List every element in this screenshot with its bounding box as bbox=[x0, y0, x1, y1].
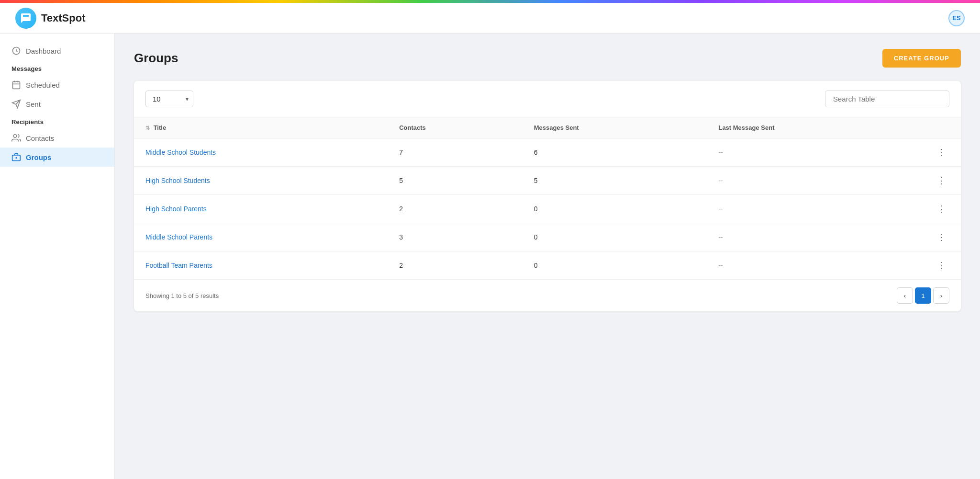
table-row: Middle School Parents 3 0 -- ⋮ bbox=[134, 223, 961, 251]
sidebar-label-scheduled: Scheduled bbox=[26, 81, 60, 89]
col-header-messages-sent: Messages Sent bbox=[523, 117, 707, 138]
row-actions-cell: ⋮ bbox=[922, 195, 961, 223]
prev-page-button[interactable]: ‹ bbox=[897, 287, 913, 304]
page-title: Groups bbox=[134, 51, 178, 66]
next-page-button[interactable]: › bbox=[933, 287, 949, 304]
sidebar-section-messages: Messages bbox=[0, 60, 114, 75]
row-contacts-cell: 2 bbox=[388, 251, 523, 280]
col-header-last-message-sent: Last Message Sent bbox=[707, 117, 922, 138]
sort-icon: ⇅ bbox=[145, 125, 150, 131]
content-area: Groups CREATE GROUP 10 25 50 100 ▾ bbox=[115, 34, 980, 479]
user-avatar[interactable]: ES bbox=[948, 10, 965, 26]
header: TextSpot ES bbox=[0, 3, 980, 34]
row-title-cell[interactable]: Middle School Parents bbox=[134, 223, 388, 251]
row-messages-sent-cell: 5 bbox=[523, 167, 707, 195]
row-more-button[interactable]: ⋮ bbox=[933, 202, 949, 216]
page-1-button[interactable]: 1 bbox=[915, 287, 931, 304]
create-group-button[interactable]: CREATE GROUP bbox=[882, 49, 961, 68]
row-last-message-cell: -- bbox=[707, 223, 922, 251]
svg-point-2 bbox=[27, 18, 28, 19]
groups-table: ⇅ Title Contacts Messages Sent Last Mess… bbox=[134, 117, 961, 279]
row-messages-sent-cell: 0 bbox=[523, 251, 707, 280]
row-actions-cell: ⋮ bbox=[922, 251, 961, 280]
table-row: Football Team Parents 2 0 -- ⋮ bbox=[134, 251, 961, 280]
row-title-cell[interactable]: High School Students bbox=[134, 167, 388, 195]
row-contacts-cell: 7 bbox=[388, 138, 523, 167]
search-input[interactable] bbox=[825, 91, 949, 107]
row-messages-sent-cell: 0 bbox=[523, 195, 707, 223]
per-page-select[interactable]: 10 25 50 100 bbox=[145, 91, 193, 107]
col-header-actions bbox=[922, 117, 961, 138]
sent-icon bbox=[11, 99, 21, 109]
sidebar-label-contacts: Contacts bbox=[26, 134, 54, 142]
table-row: High School Parents 2 0 -- ⋮ bbox=[134, 195, 961, 223]
row-more-button[interactable]: ⋮ bbox=[933, 173, 949, 188]
sidebar-label-dashboard: Dashboard bbox=[26, 47, 61, 55]
table-container: 10 25 50 100 ▾ ⇅ Title bbox=[134, 81, 961, 311]
sidebar-item-dashboard[interactable]: Dashboard bbox=[0, 41, 114, 60]
row-more-button[interactable]: ⋮ bbox=[933, 258, 949, 273]
calendar-icon bbox=[11, 80, 21, 90]
per-page-select-wrapper: 10 25 50 100 ▾ bbox=[145, 91, 193, 107]
row-more-button[interactable]: ⋮ bbox=[933, 145, 949, 160]
svg-point-1 bbox=[25, 18, 26, 19]
main-layout: Dashboard Messages Scheduled Sent Recipi bbox=[0, 34, 980, 479]
sidebar: Dashboard Messages Scheduled Sent Recipi bbox=[0, 34, 115, 479]
row-title-cell[interactable]: Middle School Students bbox=[134, 138, 388, 167]
row-contacts-cell: 5 bbox=[388, 167, 523, 195]
row-last-message-cell: -- bbox=[707, 251, 922, 280]
table-header-row: ⇅ Title Contacts Messages Sent Last Mess… bbox=[134, 117, 961, 138]
col-header-title[interactable]: ⇅ Title bbox=[134, 117, 388, 138]
logo-area: TextSpot bbox=[15, 8, 948, 29]
row-last-message-cell: -- bbox=[707, 195, 922, 223]
row-title-cell[interactable]: Football Team Parents bbox=[134, 251, 388, 280]
app-name: TextSpot bbox=[41, 12, 85, 24]
row-more-button[interactable]: ⋮ bbox=[933, 230, 949, 244]
row-actions-cell: ⋮ bbox=[922, 138, 961, 167]
row-contacts-cell: 3 bbox=[388, 223, 523, 251]
table-row: High School Students 5 5 -- ⋮ bbox=[134, 167, 961, 195]
svg-point-10 bbox=[13, 135, 17, 138]
col-header-contacts: Contacts bbox=[388, 117, 523, 138]
row-contacts-cell: 2 bbox=[388, 195, 523, 223]
sidebar-item-scheduled[interactable]: Scheduled bbox=[0, 75, 114, 94]
sidebar-label-groups: Groups bbox=[26, 153, 51, 161]
sidebar-item-contacts[interactable]: Contacts bbox=[0, 128, 114, 148]
sidebar-item-sent[interactable]: Sent bbox=[0, 94, 114, 114]
row-actions-cell: ⋮ bbox=[922, 223, 961, 251]
svg-rect-4 bbox=[13, 81, 20, 89]
row-title-cell[interactable]: High School Parents bbox=[134, 195, 388, 223]
row-last-message-cell: -- bbox=[707, 138, 922, 167]
table-controls: 10 25 50 100 ▾ bbox=[134, 81, 961, 117]
contacts-icon bbox=[11, 133, 21, 143]
per-page-select-container: 10 25 50 100 ▾ bbox=[145, 91, 193, 107]
sidebar-label-sent: Sent bbox=[26, 100, 41, 108]
svg-point-0 bbox=[23, 18, 24, 19]
dashboard-icon bbox=[11, 46, 21, 56]
sidebar-item-groups[interactable]: Groups bbox=[0, 148, 114, 167]
sidebar-section-recipients: Recipients bbox=[0, 114, 114, 128]
row-actions-cell: ⋮ bbox=[922, 167, 961, 195]
row-messages-sent-cell: 6 bbox=[523, 138, 707, 167]
row-messages-sent-cell: 0 bbox=[523, 223, 707, 251]
row-last-message-cell: -- bbox=[707, 167, 922, 195]
table-row: Middle School Students 7 6 -- ⋮ bbox=[134, 138, 961, 167]
results-text: Showing 1 to 5 of 5 results bbox=[145, 292, 219, 299]
pagination: ‹ 1 › bbox=[897, 287, 949, 304]
logo-icon bbox=[15, 8, 36, 29]
table-footer: Showing 1 to 5 of 5 results ‹ 1 › bbox=[134, 279, 961, 311]
groups-icon bbox=[11, 152, 21, 162]
page-header: Groups CREATE GROUP bbox=[134, 49, 961, 68]
